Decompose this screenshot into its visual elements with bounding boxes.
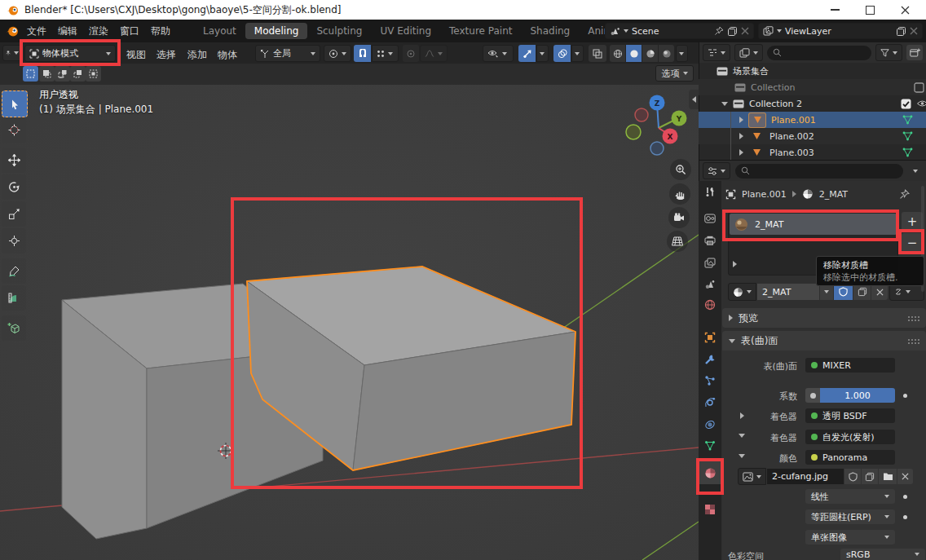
tab-viewlayer[interactable] [699, 258, 721, 268]
select-mode-intersect-button[interactable] [86, 66, 101, 82]
mode-dropdown[interactable]: 物体模式 [24, 45, 116, 62]
material-extra-dropdown[interactable] [820, 284, 833, 300]
snap-settings-dropdown[interactable] [372, 45, 399, 62]
copy-icon[interactable] [727, 26, 738, 37]
pivot-point-dropdown[interactable] [324, 45, 351, 62]
decorator-dot[interactable] [903, 495, 907, 499]
viewport-canvas[interactable]: Z Y X [0, 85, 699, 560]
pin-icon[interactable] [714, 26, 724, 36]
menu-help[interactable]: 帮助 [145, 23, 176, 40]
close-button[interactable] [890, 0, 919, 20]
tool-scale[interactable] [2, 201, 26, 227]
breadcrumb-object-name[interactable]: Plane.001 [742, 189, 787, 200]
shading-wireframe-button[interactable] [610, 45, 625, 62]
outliner-editor-button[interactable] [703, 44, 730, 61]
visibility-dropdown[interactable] [483, 45, 514, 62]
select-mode-subtract-button[interactable] [55, 66, 70, 82]
surface-value-button[interactable]: MIXER [805, 358, 895, 373]
outliner-row-plane002[interactable]: Plane.002 [699, 128, 926, 144]
exclude-checkbox-checked[interactable] [901, 99, 911, 109]
slot-specials-arrow-icon[interactable] [733, 261, 737, 267]
copy-icon[interactable] [896, 26, 906, 37]
outliner-row-plane003[interactable]: Plane.003 [699, 144, 926, 161]
drag-handle-icon[interactable] [907, 315, 919, 321]
source-dropdown[interactable]: 单张图像 [805, 530, 895, 545]
select-menu[interactable]: 选择 [151, 46, 182, 64]
editor-type-button[interactable] [2, 45, 22, 61]
gizmo-negy-ball[interactable] [626, 125, 641, 139]
material-name-field[interactable]: 2_MAT [757, 284, 819, 300]
properties-options-dropdown[interactable] [908, 170, 923, 173]
new-image-button[interactable] [862, 469, 878, 484]
unlink-x-icon[interactable] [741, 27, 749, 35]
transform-orientation-dropdown[interactable]: 全局 [255, 45, 320, 62]
tool-transform[interactable] [2, 228, 26, 254]
menu-edit[interactable]: 编辑 [52, 23, 83, 40]
drag-handle-icon[interactable] [907, 338, 919, 344]
unlink-material-button[interactable] [871, 284, 887, 300]
minimize-button[interactable] [820, 0, 849, 20]
tab-modifiers[interactable] [699, 354, 721, 365]
exclude-checkbox-unchecked[interactable] [914, 82, 924, 93]
viewlayer-selector[interactable]: ViewLayer [758, 23, 923, 39]
add-material-slot-button[interactable]: + [902, 212, 923, 231]
breadcrumb-material-name[interactable]: 2_MAT [819, 189, 848, 200]
tab-tool[interactable] [699, 186, 721, 197]
select-mode-extend-button[interactable] [39, 66, 55, 82]
factor-value-field[interactable]: 1.000 [820, 388, 895, 403]
tab-particles[interactable] [699, 375, 721, 386]
viewport-ortho-button[interactable] [667, 231, 688, 252]
viewport[interactable]: Z Y X [0, 85, 699, 560]
tab-physics[interactable] [699, 397, 721, 408]
fake-user-toggle[interactable] [834, 284, 853, 300]
factor-slider[interactable]: 1.000 [805, 388, 895, 403]
tool-measure[interactable] [2, 285, 26, 311]
tool-annotate[interactable] [2, 258, 26, 284]
xray-toggle[interactable] [589, 45, 606, 62]
menu-file[interactable]: 文件 [21, 23, 52, 40]
viewport-camera-button[interactable] [668, 207, 690, 228]
tab-material[interactable] [699, 461, 721, 484]
browse-image-button[interactable] [738, 468, 766, 485]
tab-constraints[interactable] [699, 419, 721, 430]
sidebar-toggle[interactable] [689, 90, 699, 109]
tab-object[interactable] [699, 332, 721, 343]
show-gizmo-toggle[interactable] [518, 45, 536, 62]
viewport-zoom-button[interactable] [670, 159, 691, 180]
outliner-search-input[interactable] [767, 46, 871, 60]
tool-cursor[interactable] [2, 117, 26, 143]
view-menu[interactable]: 视图 [121, 46, 152, 64]
object-menu[interactable]: 物体 [212, 46, 243, 64]
overlays-dropdown[interactable] [571, 45, 584, 62]
expand-arrow-icon[interactable] [739, 133, 743, 139]
workspace-tab-shading[interactable]: Shading [521, 23, 579, 39]
menu-window[interactable]: 窗口 [114, 23, 145, 40]
gizmo-dropdown[interactable] [536, 45, 549, 62]
shading-material-button[interactable] [642, 45, 658, 62]
interpolation-dropdown[interactable]: 线性 [805, 489, 895, 504]
shading-rendered-button[interactable] [659, 45, 674, 62]
select-mode-new-button[interactable] [23, 66, 38, 82]
hide-eye-icon[interactable] [916, 99, 926, 108]
remove-x-icon[interactable] [910, 27, 918, 35]
maximize-button[interactable] [855, 0, 884, 20]
expand-arrow-icon[interactable] [739, 149, 743, 156]
gizmo-negx-ball[interactable] [635, 108, 648, 121]
surface-panel-header[interactable]: 表(曲)面 [722, 331, 926, 351]
pin-icon[interactable] [899, 189, 910, 200]
tab-scene[interactable] [699, 279, 721, 289]
viewport-pan-button[interactable] [669, 183, 690, 205]
remove-material-slot-button[interactable]: − [902, 233, 923, 253]
add-menu[interactable]: 添加 [182, 46, 213, 64]
tool-move[interactable] [2, 148, 26, 173]
outliner-row-collection2[interactable]: Collection 2 [699, 95, 926, 112]
shader1-value-button[interactable]: 透明 BSDF [805, 408, 895, 423]
expand-arrow-icon[interactable] [721, 102, 728, 106]
colorspace-dropdown[interactable]: sRGB [840, 549, 925, 560]
snap-toggle[interactable] [354, 45, 371, 62]
outliner-display-mode-button[interactable] [734, 44, 763, 61]
tab-texture[interactable] [699, 504, 721, 515]
shader2-value-button[interactable]: 自发光(发射) [805, 430, 895, 444]
outliner-row-plane001[interactable]: Plane.001 [699, 112, 926, 128]
blender-menu-icon[interactable] [6, 24, 19, 37]
